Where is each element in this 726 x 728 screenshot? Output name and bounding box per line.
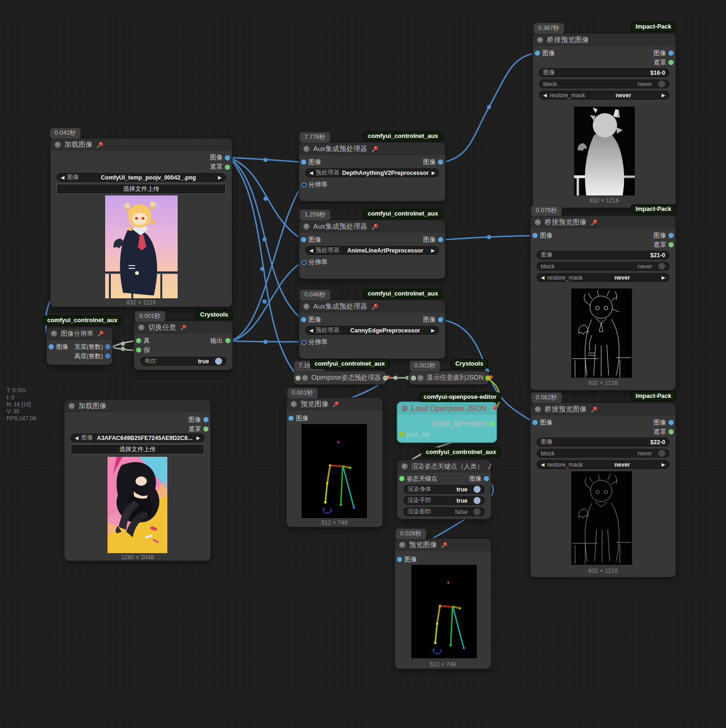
collapse-icon[interactable] xyxy=(55,142,61,148)
render-body-toggle[interactable]: 渲染身体 true xyxy=(403,485,485,494)
input-image-slot[interactable] xyxy=(535,50,540,56)
output-slot[interactable] xyxy=(225,338,230,343)
collapsed-input-slot[interactable] xyxy=(411,375,416,381)
collapse-icon[interactable] xyxy=(303,303,309,310)
input-image-slot[interactable] xyxy=(532,420,538,425)
toggle-on-icon[interactable] xyxy=(474,497,481,504)
node-preview-bridge-canny[interactable]: 0.562秒 Impact-Pack 桥接预览图像 图像 图像 遮罩 图像 $2… xyxy=(531,403,676,577)
combo-next-icon[interactable]: ▶ xyxy=(431,248,435,253)
boolean-toggle-widget[interactable]: 布尔 true xyxy=(140,357,226,366)
node-title-bar[interactable]: 桥接预览图像 xyxy=(533,34,676,46)
node-load-image-bottom[interactable]: 加载图像 图像 遮罩 ◀ 图像 A3AFAC649B25FE7245AE9D2C… xyxy=(65,400,210,561)
node-graph-canvas[interactable]: T: 0.00s I: 0 N: 16 [16] V: 35 FPS:147.0… xyxy=(0,0,726,728)
collapse-icon[interactable] xyxy=(402,405,408,411)
node-aux-preprocessor-canny[interactable]: 0.046秒 comfyui_controlnet_aux Aux集成预处理器 … xyxy=(299,300,445,359)
input-pose-keypoint-slot[interactable] xyxy=(399,476,404,481)
restore-mask-combo[interactable]: ◀ restore_mask never ▶ xyxy=(539,91,669,100)
input-image-slot[interactable] xyxy=(397,557,402,562)
node-render-pose-keypoints[interactable]: comfyui_controlnet_aux 渲染姿态关键点（人类） 姿态关键点… xyxy=(397,460,491,519)
output-mask-slot[interactable] xyxy=(668,60,674,65)
output-image-slot[interactable] xyxy=(668,420,674,425)
node-title-bar[interactable]: Aux集成预处理器 xyxy=(299,220,445,233)
node-title-bar[interactable]: Load Openpose JSON xyxy=(397,402,496,415)
preprocessor-combo[interactable]: ◀ 预处理器 AnimeLineArtPreprocessor ▶ xyxy=(305,246,439,255)
upload-file-button[interactable]: 选择文件上传 xyxy=(71,444,204,454)
preprocessor-combo[interactable]: ◀ 预处理器 CannyEdgePreprocessor ▶ xyxy=(305,326,439,335)
node-title-bar[interactable]: 预览图像 xyxy=(395,539,491,551)
collapsed-input-slot[interactable] xyxy=(295,375,301,381)
render-hands-toggle[interactable]: 渲染手部 true xyxy=(403,496,485,505)
output-height-slot[interactable] xyxy=(105,353,110,359)
image-ref-widget[interactable]: 图像 $22-0 xyxy=(537,438,669,447)
input-image-slot[interactable] xyxy=(49,344,54,349)
input-resolution-slot[interactable] xyxy=(302,182,307,187)
input-image-slot[interactable] xyxy=(301,237,306,242)
node-title-bar[interactable]: 加载图像 xyxy=(50,138,232,151)
node-openpose-preprocessor[interactable]: 7.165秒 comfyui_controlnet_aux Openpose姿态… xyxy=(294,371,386,384)
output-image-slot[interactable] xyxy=(438,159,443,165)
output-image-slot[interactable] xyxy=(668,50,674,56)
collapse-icon[interactable] xyxy=(138,324,144,331)
output-image-slot[interactable] xyxy=(484,476,489,481)
collapsed-output-slot[interactable] xyxy=(485,375,490,381)
combo-next-icon[interactable]: ▶ xyxy=(218,175,222,180)
input-image-slot[interactable] xyxy=(301,159,306,165)
node-preview-image-pose1[interactable]: 0.001秒 预览图像 图像 512 × 748 xyxy=(287,398,382,527)
node-aux-preprocessor-depth[interactable]: 7.776秒 comfyui_controlnet_aux Aux集成预处理器 … xyxy=(299,143,445,201)
image-ref-widget[interactable]: 图像 $21-0 xyxy=(537,251,669,259)
combo-prev-icon[interactable]: ◀ xyxy=(61,175,65,180)
image-ref-widget[interactable]: 图像 $16-0 xyxy=(539,68,669,77)
combo-next-icon[interactable]: ▶ xyxy=(196,435,200,440)
output-mask-slot[interactable] xyxy=(203,426,208,432)
input-resolution-slot[interactable] xyxy=(302,260,307,265)
input-image-slot[interactable] xyxy=(288,416,294,421)
node-title-bar[interactable]: 桥接预览图像 xyxy=(531,403,676,416)
collapse-icon[interactable] xyxy=(302,375,308,381)
block-toggle-widget[interactable]: block never xyxy=(539,79,669,88)
combo-prev-icon[interactable]: ◀ xyxy=(541,462,545,467)
node-title-bar[interactable]: 渲染姿态关键点（人类） xyxy=(397,460,491,473)
collapse-icon[interactable] xyxy=(51,331,57,337)
combo-prev-icon[interactable]: ◀ xyxy=(309,170,313,175)
collapse-icon[interactable] xyxy=(535,219,541,225)
combo-next-icon[interactable]: ▶ xyxy=(431,170,435,175)
output-pose-keypoint-slot[interactable] xyxy=(489,421,495,426)
node-aux-preprocessor-lineart[interactable]: 1.259秒 comfyui_controlnet_aux Aux集成预处理器 … xyxy=(299,220,445,279)
combo-next-icon[interactable]: ▶ xyxy=(661,93,665,98)
collapse-icon[interactable] xyxy=(417,375,424,381)
node-preview-bridge-depth[interactable]: 0.367秒 Impact-Pack 桥接预览图像 图像 图像 遮罩 图像 $1… xyxy=(533,34,676,208)
combo-next-icon[interactable]: ▶ xyxy=(431,328,435,333)
collapse-icon[interactable] xyxy=(402,463,408,469)
combo-prev-icon[interactable]: ◀ xyxy=(75,435,79,440)
output-mask-slot[interactable] xyxy=(225,165,230,170)
node-image-resolution[interactable]: comfyui_controlnet_aux 图像分辨率 图像 宽度(整数) 高… xyxy=(47,327,112,365)
collapse-icon[interactable] xyxy=(535,406,541,412)
combo-prev-icon[interactable]: ◀ xyxy=(543,93,547,98)
restore-mask-combo[interactable]: ◀ restore_mask never ▶ xyxy=(537,460,669,469)
node-load-openpose-json[interactable]: comfyui-openpose-editor Load Openpose JS… xyxy=(397,402,496,442)
node-preview-bridge-lineart[interactable]: 0.075秒 Impact-Pack 桥接预览图像 图像 图像 遮罩 图像 $2… xyxy=(531,216,676,390)
upload-file-button[interactable]: 选择文件上传 xyxy=(57,184,226,194)
toggle-off-icon[interactable] xyxy=(658,450,665,457)
input-false-slot[interactable] xyxy=(136,347,141,353)
input-resolution-slot[interactable] xyxy=(302,340,307,345)
node-title-bar[interactable]: 桥接预览图像 xyxy=(531,216,676,229)
input-image-slot[interactable] xyxy=(532,233,538,238)
node-load-image-top[interactable]: 0.042秒 加载图像 图像 遮罩 ◀ 图像 ComfyUI_temp_pooj… xyxy=(50,138,232,307)
node-title-bar[interactable]: 切换任意 xyxy=(134,321,232,334)
restore-mask-combo[interactable]: ◀ restore_mask never ▶ xyxy=(537,273,669,282)
output-image-slot[interactable] xyxy=(668,233,674,238)
node-switch-any[interactable]: 0.001秒 Crystools 切换任意 真 假 输出 布尔 true xyxy=(134,321,232,370)
output-image-slot[interactable] xyxy=(438,237,443,242)
image-file-combo[interactable]: ◀ 图像 A3AFAC649B25FE7245AE9D2C8... ▶ xyxy=(71,433,204,442)
input-true-slot[interactable] xyxy=(136,338,141,343)
node-title-bar[interactable]: 预览图像 xyxy=(287,398,382,411)
collapse-icon[interactable] xyxy=(303,223,309,230)
node-show-any-to-json[interactable]: 0.002秒 Crystools 显示任意值到JSON xyxy=(409,371,489,384)
block-toggle-widget[interactable]: block never xyxy=(537,262,669,271)
collapsed-output-slot[interactable] xyxy=(383,375,388,381)
collapse-icon[interactable] xyxy=(69,403,75,409)
input-json-str-slot[interactable] xyxy=(399,432,404,437)
toggle-off-icon[interactable] xyxy=(474,508,481,515)
node-title-bar[interactable]: 图像分辨率 xyxy=(47,327,112,340)
